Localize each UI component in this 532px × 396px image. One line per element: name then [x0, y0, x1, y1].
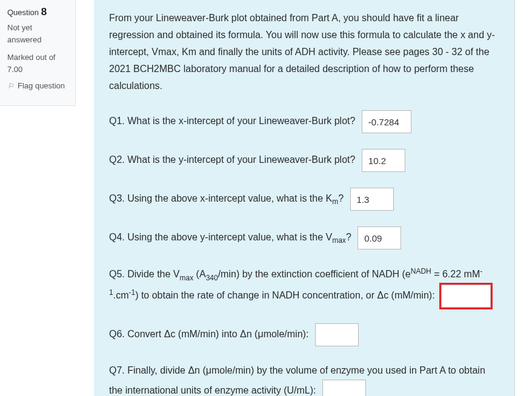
- question-number: Question 8: [7, 6, 68, 18]
- marked-prefix: Marked out of: [7, 53, 56, 62]
- q1-input[interactable]: [362, 110, 411, 133]
- question-number-value: 8: [41, 6, 47, 18]
- question-sidebar: Question 8 Not yet answered Marked out o…: [0, 0, 76, 106]
- flag-icon: ⚐: [7, 82, 14, 90]
- q6-label: Q6. Convert Δc (mM/min) into Δn (μmole/m…: [109, 329, 308, 339]
- q4-input[interactable]: [357, 226, 401, 249]
- q5-row: Q5. Divide the Vmax (A340/min) by the ex…: [109, 265, 499, 308]
- q2-row: Q2. What is the y-intercept of your Line…: [109, 149, 499, 172]
- q4-sub: max: [332, 236, 346, 245]
- q4-label-after: ?: [346, 232, 351, 242]
- page-container: Question 8 Not yet answered Marked out o…: [0, 0, 532, 396]
- flag-label: Flag question: [18, 81, 65, 90]
- q5-sup1: NADH: [411, 267, 431, 276]
- intro-text: From your Lineweaver-Burk plot obtained …: [109, 10, 499, 94]
- q3-label-before: Q3. Using the above x-intercept value, w…: [109, 193, 332, 203]
- question-content: From your Lineweaver-Burk plot obtained …: [94, 0, 515, 396]
- q5-p5: .cm: [113, 290, 129, 300]
- flag-question-link[interactable]: ⚐ Flag question: [7, 81, 68, 90]
- q7-row: Q7. Finally, divide Δn (μmole/min) by th…: [109, 362, 499, 396]
- q2-input[interactable]: [362, 149, 405, 172]
- q5-sup3: -1: [128, 288, 135, 297]
- question-label: Question: [7, 8, 39, 17]
- q5-input[interactable]: [441, 285, 491, 308]
- q5-p3: /min) by the extinction coefficient of N…: [218, 269, 411, 279]
- q5-p1: Q5. Divide the V: [109, 269, 180, 279]
- q5-p6: ) to obtain the rate of change in NADH c…: [135, 290, 434, 300]
- question-status: Not yet answered: [7, 22, 68, 45]
- q1-label: Q1. What is the x-intercept of your Line…: [109, 116, 355, 126]
- marked-value: 7.00: [7, 65, 22, 74]
- q7-input[interactable]: [322, 380, 366, 396]
- q5-sub2: 340: [206, 274, 218, 282]
- q5-sub1: max: [180, 274, 194, 282]
- q3-sub: m: [332, 197, 338, 206]
- q4-row: Q4. Using the above y-intercept value, w…: [109, 226, 499, 249]
- q5-p2: (A: [193, 269, 205, 279]
- q3-input[interactable]: [350, 188, 394, 211]
- q1-row: Q1. What is the x-intercept of your Line…: [109, 110, 499, 133]
- q6-row: Q6. Convert Δc (mM/min) into Δn (μmole/m…: [109, 323, 499, 346]
- marked-out-of: Marked out of 7.00: [7, 51, 68, 75]
- q6-input[interactable]: [315, 323, 359, 346]
- q2-label: Q2. What is the y-intercept of your Line…: [109, 154, 355, 165]
- q7-label: Q7. Finally, divide Δn (μmole/min) by th…: [109, 365, 485, 395]
- q5-p4: = 6.22 mM: [431, 269, 480, 279]
- q4-label-before: Q4. Using the above y-intercept value, w…: [109, 232, 332, 242]
- q3-row: Q3. Using the above x-intercept value, w…: [109, 188, 499, 211]
- q3-label-after: ?: [338, 193, 344, 203]
